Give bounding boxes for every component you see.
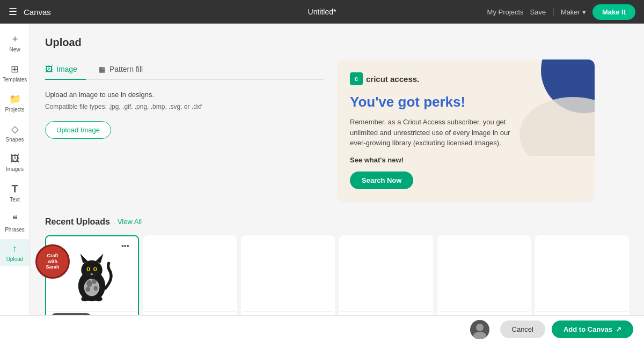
user-avatar (470, 320, 489, 339)
upload-image-button[interactable]: Upload Image (45, 121, 111, 139)
upload-item-5-footer: Uploaded 🔖 (438, 311, 530, 316)
svg-point-14 (95, 296, 103, 301)
tab-pattern-fill[interactable]: ▦ Pattern fill (99, 59, 151, 80)
images-icon: 🖼 (10, 153, 20, 165)
cricut-see-new: See what's new! (350, 156, 582, 164)
svg-point-20 (476, 324, 484, 331)
sidebar-item-new[interactable]: ＋ New (0, 28, 30, 57)
sidebar-item-templates[interactable]: ⊞ Templates (0, 59, 30, 87)
make-it-button[interactable]: Make It (592, 4, 635, 20)
upload-item-5-image (438, 236, 530, 311)
add-to-canvas-label: Add to Canvas (564, 325, 612, 333)
sidebar-item-text[interactable]: T Text (0, 178, 30, 207)
left-column: 🖼 Image ▦ Pattern fill Upload an image t… (45, 59, 324, 202)
tab-image-label: Image (56, 65, 77, 73)
upload-description: Upload an image to use in designs. (45, 91, 324, 99)
cricut-access-card: c cricut access. You've got perks! Remem… (337, 59, 595, 202)
text-icon: T (11, 183, 18, 195)
upload-item-4-image (340, 236, 432, 311)
upload-tabs: 🖼 Image ▦ Pattern fill (45, 59, 324, 80)
cat-image (68, 244, 116, 303)
watermark-text: CraftwithSarah (46, 253, 59, 270)
menu-icon[interactable]: ☰ (9, 6, 17, 18)
sidebar-item-shapes[interactable]: ◇ Shapes (0, 119, 30, 147)
upload-item-3[interactable]: Uploaded 🔖 (241, 235, 335, 316)
projects-icon: 📁 (9, 93, 21, 105)
compatible-file-types: Compatible file types: .jpg, .gif, .png,… (45, 103, 324, 110)
tab-image[interactable]: 🖼 Image (45, 59, 86, 80)
maker-selector[interactable]: Maker ▾ (561, 8, 586, 16)
svg-point-7 (85, 266, 99, 278)
bottom-bar: Cancel Add to Canvas ↗ (0, 315, 644, 343)
add-to-canvas-button[interactable]: Add to Canvas ↗ (552, 320, 633, 338)
upload-item-6-image (536, 236, 628, 311)
save-button[interactable]: Save (530, 8, 546, 16)
cricut-logo-icon: c (350, 72, 363, 85)
svg-point-18 (94, 286, 98, 290)
recent-uploads-section: Recent Uploads View All (45, 217, 629, 316)
image-tab-icon: 🖼 (45, 65, 53, 73)
upload-item-2[interactable]: Uploaded 🔖 (143, 235, 237, 316)
upload-icon: ↑ (12, 243, 17, 255)
watermark-logo: CraftwithSarah (35, 244, 70, 279)
chevron-down-icon: ▾ (582, 8, 586, 16)
sidebar-item-projects[interactable]: 📁 Projects (0, 89, 30, 117)
upload-item-2-footer: Uploaded 🔖 (144, 311, 236, 316)
cricut-logo: c cricut access. (350, 72, 582, 85)
templates-icon: ⊞ (11, 63, 19, 75)
sidebar-item-images[interactable]: 🖼 Images (0, 149, 30, 176)
topbar: ☰ Canvas Untitled* My Projects Save | Ma… (0, 0, 644, 24)
tab-pattern-label: Pattern fill (109, 65, 143, 73)
recent-uploads-header: Recent Uploads View All (45, 217, 629, 227)
phrases-icon: ❝ (12, 213, 18, 225)
cricut-logo-text: cricut access. (366, 74, 419, 84)
page-title: Upload (45, 36, 629, 49)
content-area: Upload 🖼 Image ▦ Pattern fill Upload an … (30, 24, 644, 315)
svg-point-16 (92, 278, 97, 284)
recent-uploads-title: Recent Uploads (45, 217, 110, 227)
svg-point-15 (86, 280, 92, 287)
cricut-body-text: Remember, as a Cricut Access subscriber,… (350, 117, 511, 148)
shapes-icon: ◇ (11, 123, 19, 135)
pattern-tab-icon: ▦ (99, 65, 106, 73)
svg-point-13 (82, 296, 89, 301)
upload-item-6-footer: Uploaded 🔖 (536, 311, 628, 316)
cursor-icon: ↗ (616, 325, 621, 333)
download-overlay[interactable]: Download (50, 313, 92, 316)
upload-item-6[interactable]: Uploaded 🔖 (535, 235, 629, 316)
upload-item-3-image (242, 236, 334, 311)
uploads-grid: ••• Uploaded 🔖 Download Uploaded 🔖 (45, 235, 629, 316)
sidebar-item-upload[interactable]: ↑ Upload (0, 239, 30, 266)
maker-label: Maker (561, 8, 580, 16)
topbar-divider: | (552, 8, 554, 16)
upload-item-4[interactable]: Uploaded 🔖 (339, 235, 433, 316)
sidebar: ＋ New ⊞ Templates 📁 Projects ◇ Shapes 🖼 … (0, 24, 30, 315)
right-column: c cricut access. You've got perks! Remem… (337, 59, 595, 202)
new-icon: ＋ (10, 32, 20, 45)
main-layout: ＋ New ⊞ Templates 📁 Projects ◇ Shapes 🖼 … (0, 24, 644, 315)
upload-item-2-image (144, 236, 236, 311)
svg-point-9 (88, 267, 90, 270)
upload-item-4-footer: Uploaded 🔖 (340, 311, 432, 316)
two-column-layout: 🖼 Image ▦ Pattern fill Upload an image t… (45, 59, 629, 202)
search-now-button[interactable]: Search Now (350, 172, 413, 189)
svg-point-11 (94, 267, 96, 270)
sidebar-item-phrases[interactable]: ❝ Phrases (0, 209, 30, 237)
upload-item-3-footer: Uploaded 🔖 (242, 311, 334, 316)
my-projects-link[interactable]: My Projects (487, 8, 524, 16)
project-title[interactable]: Untitled* (308, 8, 336, 16)
app-logo: Canvas (24, 8, 51, 17)
more-options-button[interactable]: ••• (117, 241, 134, 251)
cancel-button[interactable]: Cancel (500, 320, 545, 338)
cricut-headline: You've got perks! (350, 94, 582, 110)
upload-item-5[interactable]: Uploaded 🔖 (437, 235, 531, 316)
view-all-link[interactable]: View All (118, 218, 142, 226)
topbar-right: My Projects Save | Maker ▾ Make It (487, 4, 635, 20)
svg-point-17 (86, 287, 91, 292)
